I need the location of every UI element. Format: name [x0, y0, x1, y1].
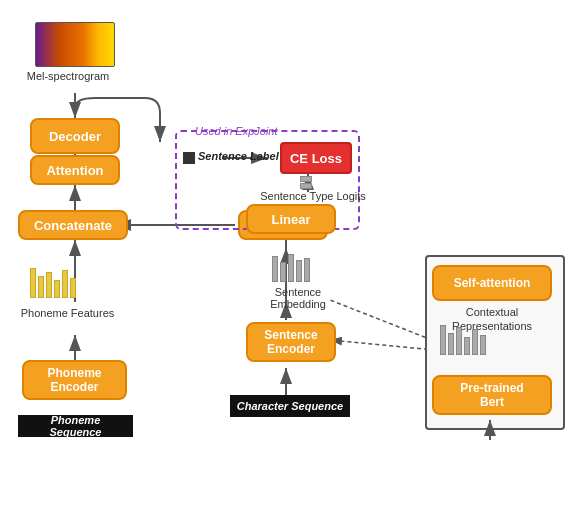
character-sequence-label: Character Sequence	[230, 395, 350, 417]
concatenate-box: Concatenate	[18, 210, 128, 240]
attention-box: Attention	[30, 155, 120, 185]
decoder-box: Decoder	[30, 118, 120, 154]
mel-spectrogram-label: Mel-spectrogram	[18, 70, 118, 82]
phoneme-features-label: Phoneme Features	[10, 307, 125, 319]
sentence-label-marker	[183, 152, 195, 164]
svg-line-15	[330, 340, 435, 350]
bert-input-arrow	[480, 415, 500, 440]
linear-box: Linear	[246, 204, 336, 234]
sentence-label-text: Sentence Label	[198, 150, 279, 162]
sentence-type-logits-bars	[300, 176, 312, 189]
sentence-embedding-label: Sentence Embedding	[248, 286, 348, 310]
phoneme-encoder-box: Phoneme Encoder	[22, 360, 127, 400]
self-attention-box: Self-attention	[432, 265, 552, 301]
expjoint-label: Used in ExpJoint	[195, 125, 278, 137]
sentence-type-logits-label: Sentence Type Logits	[258, 190, 368, 202]
pretrained-bert-box: Pre-trained Bert	[432, 375, 552, 415]
diagram: Mel-spectrogram Decoder Attention Concat…	[0, 0, 574, 520]
mel-spectrogram-image	[35, 22, 115, 67]
phoneme-feature-bars	[30, 268, 76, 298]
phoneme-sequence-label: Phoneme Sequence	[18, 415, 133, 437]
ce-loss-box: CE Loss	[280, 142, 352, 174]
sentence-embedding-bars	[272, 254, 310, 282]
sentence-encoder-box: Sentence Encoder	[246, 322, 336, 362]
contextual-bars	[440, 325, 486, 355]
